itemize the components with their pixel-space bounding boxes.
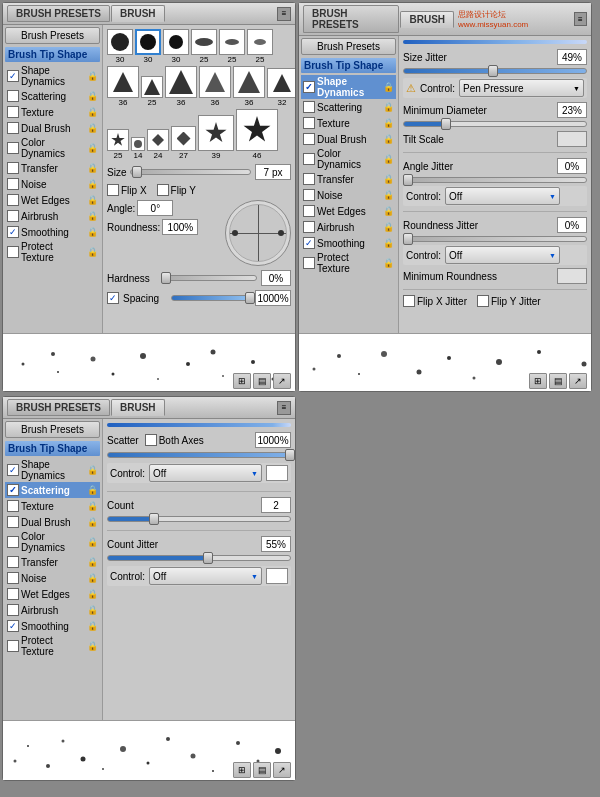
scatter-slider-thumb[interactable] <box>285 449 295 461</box>
list-item-dual-brush-left[interactable]: Dual Brush 🔒 <box>5 120 100 136</box>
count-jitter-control-dropdown[interactable]: Off ▼ <box>149 567 262 585</box>
cb-texture-bottom[interactable] <box>7 500 19 512</box>
list-item-dual-brush-right[interactable]: Dual Brush 🔒 <box>301 131 396 147</box>
blue-top-slider-bottom[interactable] <box>107 423 291 427</box>
angle-jitter-slider[interactable] <box>403 177 587 183</box>
cb-airbrush-bottom[interactable] <box>7 604 19 616</box>
panel-menu-btn-right[interactable]: ≡ <box>574 12 588 26</box>
cb-texture-right[interactable] <box>303 117 315 129</box>
thumb18[interactable]: 46 <box>236 109 278 160</box>
list-item-noise-right[interactable]: Noise 🔒 <box>301 187 396 203</box>
icon-btn2-bottom[interactable]: ▤ <box>253 762 271 778</box>
cb-wet-edges-left[interactable] <box>7 194 19 206</box>
brush-tip-shape-label-left[interactable]: Brush Tip Shape <box>5 47 100 62</box>
spacing-input-left[interactable]: 1000% <box>255 290 291 306</box>
icon-btn2-left[interactable]: ▤ <box>253 373 271 389</box>
flip-x-jitter-container[interactable]: Flip X Jitter <box>403 295 467 307</box>
thumb8[interactable]: 25 <box>141 76 163 107</box>
list-item-color-dynamics-right[interactable]: Color Dynamics 🔒 <box>301 147 396 171</box>
panel-menu-btn-left[interactable]: ≡ <box>277 7 291 21</box>
list-item-texture-bottom[interactable]: Texture 🔒 <box>5 498 100 514</box>
thumb16[interactable]: 27 <box>171 126 196 160</box>
icon-btn3-right[interactable]: ↗ <box>569 373 587 389</box>
thumb4[interactable]: 25 <box>191 29 217 64</box>
list-item-shape-dynamics-right-active[interactable]: Shape Dynamics 🔒 <box>301 75 396 99</box>
cb-scattering-left[interactable] <box>7 90 19 102</box>
hardness-thumb-left[interactable] <box>161 272 171 284</box>
list-item-color-dynamics-left[interactable]: Color Dynamics 🔒 <box>5 136 100 160</box>
cb-dual-brush-right[interactable] <box>303 133 315 145</box>
count-jitter-value[interactable]: 55% <box>261 536 291 552</box>
list-item-wet-edges-left[interactable]: Wet Edges 🔒 <box>5 192 100 208</box>
list-item-wet-edges-bottom[interactable]: Wet Edges 🔒 <box>5 586 100 602</box>
list-item-wet-edges-right[interactable]: Wet Edges 🔒 <box>301 203 396 219</box>
icon-btn3-left[interactable]: ↗ <box>273 373 291 389</box>
list-item-scattering-right[interactable]: Scattering 🔒 <box>301 99 396 115</box>
brush-tip-shape-label-right[interactable]: Brush Tip Shape <box>301 58 396 73</box>
thumb10[interactable]: 36 <box>199 66 231 107</box>
angle-jitter-thumb[interactable] <box>403 174 413 186</box>
list-item-noise-bottom[interactable]: Noise 🔒 <box>5 570 100 586</box>
tab-brush-presets-bottom[interactable]: BRUSH PRESETS <box>7 399 110 416</box>
min-diameter-thumb[interactable] <box>441 118 451 130</box>
thumb3[interactable]: 30 <box>163 29 189 64</box>
count-value[interactable]: 2 <box>261 497 291 513</box>
thumb7[interactable]: 36 <box>107 66 139 107</box>
cb-color-dynamics-bottom[interactable] <box>7 536 19 548</box>
hardness-input-left[interactable]: 0% <box>261 270 291 286</box>
count-slider-thumb[interactable] <box>149 513 159 525</box>
list-item-texture-left[interactable]: Texture 🔒 <box>5 104 100 120</box>
cb-protect-texture-bottom[interactable] <box>7 640 19 652</box>
hardness-slider-left[interactable] <box>163 275 257 281</box>
cb-smoothing-right[interactable] <box>303 237 315 249</box>
min-diameter-value[interactable]: 23% <box>557 102 587 118</box>
list-item-transfer-right[interactable]: Transfer 🔒 <box>301 171 396 187</box>
flip-y-jitter-container[interactable]: Flip Y Jitter <box>477 295 541 307</box>
icon-btn1-left[interactable]: ⊞ <box>233 373 251 389</box>
scatter-value-input[interactable]: 1000% <box>255 432 291 448</box>
thumb12[interactable]: 32 <box>267 68 295 107</box>
cb-transfer-bottom[interactable] <box>7 556 19 568</box>
list-item-protect-texture-left[interactable]: Protect Texture 🔒 <box>5 240 100 264</box>
cb-texture-left[interactable] <box>7 106 19 118</box>
list-item-airbrush-left[interactable]: Airbrush 🔒 <box>5 208 100 224</box>
size-jitter-thumb[interactable] <box>488 65 498 77</box>
cb-dual-brush-bottom[interactable] <box>7 516 19 528</box>
cb-flip-x-left[interactable] <box>107 184 119 196</box>
count-jitter-slider[interactable] <box>107 555 291 561</box>
cb-color-dynamics-left[interactable] <box>7 142 19 154</box>
scatter-control-extra[interactable] <box>266 465 288 481</box>
icon-btn1-bottom[interactable]: ⊞ <box>233 762 251 778</box>
tab-brush-bottom[interactable]: BRUSH <box>111 399 165 416</box>
thumb15[interactable]: 24 <box>147 129 169 160</box>
control2-dropdown[interactable]: Off ▼ <box>445 187 560 205</box>
tab-brush-presets-left[interactable]: BRUSH PRESETS <box>7 5 110 22</box>
size-slider-left[interactable] <box>130 169 251 175</box>
roundness-jitter-thumb[interactable] <box>403 233 413 245</box>
list-item-smoothing-left[interactable]: Smoothing 🔒 <box>5 224 100 240</box>
cb-dual-brush-left[interactable] <box>7 122 19 134</box>
thumb11[interactable]: 36 <box>233 66 265 107</box>
cb-scattering-right[interactable] <box>303 101 315 113</box>
brush-tip-shape-label-bottom[interactable]: Brush Tip Shape <box>5 441 100 456</box>
cb-protect-texture-right[interactable] <box>303 257 315 269</box>
thumb2[interactable]: 30 <box>135 29 161 64</box>
cb-noise-left[interactable] <box>7 178 19 190</box>
cb-flip-y-left[interactable] <box>157 184 169 196</box>
list-item-airbrush-right[interactable]: Airbrush 🔒 <box>301 219 396 235</box>
thumb1[interactable]: 30 <box>107 29 133 64</box>
size-slider-thumb-left[interactable] <box>132 166 142 178</box>
thumb6[interactable]: 25 <box>247 29 273 64</box>
cb-smoothing-left[interactable] <box>7 226 19 238</box>
list-item-noise-left[interactable]: Noise 🔒 <box>5 176 100 192</box>
count-jitter-thumb[interactable] <box>203 552 213 564</box>
list-item-smoothing-right[interactable]: Smoothing 🔒 <box>301 235 396 251</box>
panel-menu-btn-bottom[interactable]: ≡ <box>277 401 291 415</box>
size-jitter-slider[interactable] <box>403 68 587 74</box>
scatter-slider[interactable] <box>107 452 291 458</box>
cb-wet-edges-right[interactable] <box>303 205 315 217</box>
list-item-color-dynamics-bottom[interactable]: Color Dynamics 🔒 <box>5 530 100 554</box>
list-item-transfer-left[interactable]: Transfer 🔒 <box>5 160 100 176</box>
tilt-scale-input[interactable] <box>557 131 587 147</box>
roundness-jitter-value[interactable]: 0% <box>557 217 587 233</box>
